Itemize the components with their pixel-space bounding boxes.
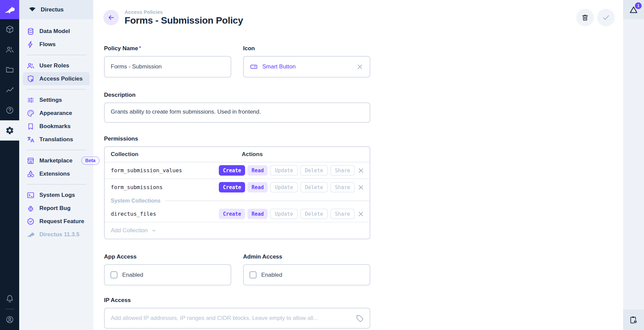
revisions-button[interactable] [623,309,644,330]
account-button[interactable] [0,309,19,330]
translate-icon [27,136,35,144]
policy-name-input[interactable] [111,63,225,70]
delete-button[interactable] [576,9,594,26]
remove-row-button[interactable] [357,184,365,191]
sidebar-item-access-policies[interactable]: Access Policies [23,72,90,85]
sidebar-item-label: Marketplace [39,157,72,164]
action-badge-create[interactable]: Create [219,182,245,192]
description-label: Description [104,92,370,98]
ip-access-input[interactable] [111,315,352,322]
module-insights-button[interactable] [0,80,19,100]
app-access-field: App Access Enabled [104,253,231,286]
page-title: Forms - Submission Policy [125,15,243,26]
close-icon [357,210,365,218]
module-docs-button[interactable] [0,100,19,120]
sidebar-item-marketplace[interactable]: Marketplace Beta [23,154,90,167]
icon-label: Icon [243,45,370,52]
breadcrumb[interactable]: Access Policies [125,9,243,15]
permission-row: directus_files Create Read Update Delete… [105,206,370,222]
sidebar-item-report-bug[interactable]: Report Bug [23,202,90,215]
account-circle-icon [5,315,14,324]
sidebar-item-appearance[interactable]: Appearance [23,107,90,120]
sidebar-item-label: Data Model [39,28,70,35]
bolt-icon [27,40,35,49]
module-files-button[interactable] [0,60,19,80]
sidebar-item-user-roles[interactable]: User Roles [23,59,90,72]
check-icon [602,13,610,22]
icon-field: Icon Smart Button [243,45,370,78]
action-badge-share[interactable]: Share [330,165,355,176]
sidebar-item-flows[interactable]: Flows [23,38,90,51]
app-access-checkbox[interactable] [110,271,117,278]
action-badge-delete[interactable]: Delete [300,209,328,219]
module-settings-button[interactable] [0,120,19,141]
action-badge-share[interactable]: Share [330,182,355,192]
sidebar-item-label: Extensions [39,171,70,177]
admin-access-checkbox[interactable] [249,271,257,278]
action-badge-read[interactable]: Read [247,182,268,192]
sidebar-item-bookmarks[interactable]: Bookmarks [23,120,90,133]
seal-check-icon [27,217,35,226]
help-icon [5,106,14,115]
clear-icon-button[interactable] [356,63,364,70]
sidebar-item-settings[interactable]: Settings [23,93,90,107]
sidebar-item-data-model[interactable]: Data Model [23,25,90,38]
ip-access-field: IP Access [104,297,370,329]
sidebar-item-translations[interactable]: Translations [23,133,90,146]
main-content: Access Policies Forms - Submission Polic… [93,0,623,330]
module-users-button[interactable] [0,39,19,60]
module-content-button[interactable] [0,19,19,39]
icon-value: Smart Button [262,63,296,70]
save-button[interactable] [597,9,615,26]
back-button[interactable] [103,10,119,25]
close-icon [357,184,365,191]
action-badge-delete[interactable]: Delete [300,165,328,176]
permissions-field: Permissions Collection Actions form_subm… [104,136,370,239]
user-avatar[interactable]: 1 [623,0,644,19]
action-badge-share[interactable]: Share [330,209,355,219]
description-field: Description Grants ability to create for… [104,92,370,123]
action-badge-create[interactable]: Create [219,165,245,176]
close-icon [356,63,364,70]
directus-logo[interactable] [0,0,19,19]
add-collection-button[interactable]: Add Collection [105,222,370,239]
required-asterisk: * [139,45,141,51]
sidebar-item-label: Translations [39,136,73,143]
sidebar-version[interactable]: Directus 11.3.5 [23,228,90,241]
notification-count-badge: 1 [635,2,642,9]
checkbox-label: Enabled [261,272,282,278]
people-icon [27,62,35,70]
icon-picker[interactable]: Smart Button [243,56,370,78]
permissions-table-header: Collection Actions [105,147,370,162]
page-header: Access Policies Forms - Submission Polic… [93,0,623,27]
action-badge-update[interactable]: Update [270,209,298,219]
rabbit-icon [4,4,15,15]
tune-icon [27,96,35,104]
action-badge-read[interactable]: Read [247,165,268,176]
nav-divider [27,55,86,55]
version-label: Directus 11.3.5 [39,231,79,238]
project-header[interactable]: Directus [19,0,93,19]
action-badge-update[interactable]: Update [270,182,298,192]
action-badge-read[interactable]: Read [247,209,268,219]
notifications-button[interactable] [0,289,19,309]
nav-divider [27,150,86,150]
rabbit-icon [27,231,35,239]
collection-name: form_submission_values [105,167,219,174]
action-badge-create[interactable]: Create [219,209,245,219]
sidebar-item-label: System Logs [39,192,75,199]
sidebar-item-label: Report Bug [39,205,71,212]
sidebar-item-system-logs[interactable]: System Logs [23,188,90,202]
action-badge-delete[interactable]: Delete [300,182,328,192]
shield-badge-icon [27,75,35,83]
sidebar-item-request-feature[interactable]: Request Feature [23,215,90,228]
remove-row-button[interactable] [357,210,365,218]
description-textarea[interactable]: Grants ability to create form submission… [104,102,370,123]
sidebar-item-label: Bookmarks [39,123,71,130]
permissions-label: Permissions [104,136,370,142]
action-badge-update[interactable]: Update [270,165,298,176]
sidebar-item-extensions[interactable]: Extensions [23,167,90,180]
remove-row-button[interactable] [357,167,365,174]
sidebar-item-label: User Roles [39,62,69,69]
ip-access-label: IP Access [104,297,370,304]
